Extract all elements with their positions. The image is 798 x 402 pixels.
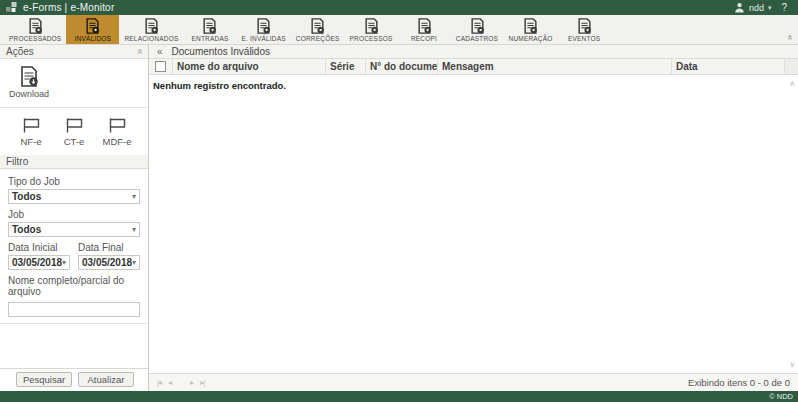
flag-icon xyxy=(22,118,41,133)
document-icon xyxy=(85,18,100,34)
collapse-actions-icon[interactable]: « xyxy=(135,49,144,54)
toolbar-button-label: CORREÇÕES xyxy=(296,35,340,42)
job-label: Job xyxy=(8,209,140,220)
previous-page-button[interactable]: ◂ xyxy=(168,378,171,387)
chevron-down-icon: ▾ xyxy=(62,258,66,267)
app-title: e-Forms | e-Monitor xyxy=(23,2,114,13)
toolbar-button-label: EVENTOS xyxy=(568,35,600,42)
user-menu[interactable]: ndd ▾ xyxy=(734,2,772,13)
toolbar-item-cadastros[interactable]: CADASTROS xyxy=(451,15,504,44)
document-icon xyxy=(28,18,43,34)
user-name: ndd xyxy=(749,3,764,13)
main-toolbar: PROCESSADOS INVÁLIDOS RELACIONADOS ENTRA… xyxy=(0,15,798,45)
document-icon xyxy=(577,18,592,34)
title-bar: e-Forms | e-Monitor ndd ▾ ? xyxy=(0,0,798,15)
data-inicial-value: 03/05/2018 xyxy=(12,257,62,268)
toolbar-collapse-icon[interactable]: « xyxy=(785,35,794,40)
chevron-down-icon: ▾ xyxy=(132,192,136,201)
document-icon xyxy=(470,18,485,34)
sidebar: Ações « Download NF-e CT-e xyxy=(0,45,149,391)
toolbar-button-label: INVÁLIDOS xyxy=(75,35,111,42)
chevron-down-icon: ▾ xyxy=(132,225,136,234)
tipo-do-job-value: Todos xyxy=(12,191,132,202)
toolbar-item-correcoes[interactable]: CORREÇÕES xyxy=(291,15,345,44)
toolbar-item-entradas[interactable]: ENTRADAS xyxy=(183,15,236,44)
app-window: e-Forms | e-Monitor ndd ▾ ? PROCESSADOS … xyxy=(0,0,798,402)
actions-section-header: Ações « xyxy=(0,45,148,59)
download-label: Download xyxy=(9,89,49,99)
last-page-button[interactable]: ▸| xyxy=(200,378,204,387)
document-icon xyxy=(417,18,432,34)
toolbar-item-processos[interactable]: PROCESSOS xyxy=(345,15,398,44)
table-body: Nenhum registro encontrado. ∧ ∨ xyxy=(149,75,798,373)
column-header-serie[interactable]: Série xyxy=(326,59,366,74)
flag-button-mdfe[interactable]: MDF-e xyxy=(98,118,136,147)
select-all-checkbox[interactable] xyxy=(155,61,166,72)
scroll-up-icon[interactable]: ∧ xyxy=(789,79,795,88)
column-header-numero-documento[interactable]: N° do documento xyxy=(366,59,438,74)
data-final-label: Data Final xyxy=(78,242,140,253)
first-page-button[interactable]: |◂ xyxy=(157,378,161,387)
tipo-do-job-select[interactable]: Todos ▾ xyxy=(8,189,140,204)
app-logo-icon xyxy=(6,2,17,13)
filter-section-header: Filtro xyxy=(0,155,148,169)
job-select[interactable]: Todos ▾ xyxy=(8,222,140,237)
actions-title: Ações xyxy=(6,46,34,57)
toolbar-item-relacionados[interactable]: RELACIONADOS xyxy=(119,15,183,44)
document-icon xyxy=(202,18,217,34)
collapse-sidebar-icon[interactable]: « xyxy=(157,47,163,57)
flag-button-cte[interactable]: CT-e xyxy=(55,118,93,147)
toolbar-item-e-invalidas[interactable]: E. INVÁLIDAS xyxy=(236,15,290,44)
tipo-do-job-label: Tipo do Job xyxy=(8,176,140,187)
empty-table-message: Nenhum registro encontrado. xyxy=(149,75,798,96)
document-type-flags: NF-e CT-e MDF-e xyxy=(6,108,142,155)
document-icon xyxy=(256,18,271,34)
pagination-bar: |◂ ◂ ▸ ▸| Exibindo itens 0 - 0 de 0 xyxy=(149,373,798,391)
document-icon xyxy=(364,18,379,34)
sidebar-buttons: Pesquisar Atualizar xyxy=(0,368,148,391)
column-header-data[interactable]: Data xyxy=(672,59,785,74)
scrollbar-header-stub xyxy=(785,59,798,74)
toolbar-button-label: ENTRADAS xyxy=(191,35,228,42)
toolbar-button-label: NUMERAÇÃO xyxy=(509,35,553,42)
data-inicial-label: Data Inicial xyxy=(8,242,70,253)
toolbar-button-label: RELACIONADOS xyxy=(124,35,178,42)
atualizar-button[interactable]: Atualizar xyxy=(78,372,134,387)
nome-arquivo-input[interactable] xyxy=(8,302,140,317)
data-final-select[interactable]: 03/05/2018 ▾ xyxy=(78,255,140,270)
flag-label: CT-e xyxy=(64,136,85,147)
help-button[interactable]: ? xyxy=(778,2,790,13)
toolbar-item-numeracao[interactable]: NUMERAÇÃO xyxy=(504,15,558,44)
download-button[interactable]: Download xyxy=(6,64,52,101)
main-panel: « Documentos Inválidos Nome do arquivo S… xyxy=(149,45,798,391)
column-header-mensagem[interactable]: Mensagem xyxy=(438,59,672,74)
toolbar-button-label: E. INVÁLIDAS xyxy=(241,35,285,42)
next-page-button[interactable]: ▸ xyxy=(190,378,193,387)
pagination-status: Exibindo itens 0 - 0 de 0 xyxy=(688,377,790,388)
chevron-down-icon: ▾ xyxy=(768,4,772,12)
data-inicial-select[interactable]: 03/05/2018 ▾ xyxy=(8,255,70,270)
flag-button-nfe[interactable]: NF-e xyxy=(12,118,50,147)
user-icon xyxy=(734,2,745,13)
filter-title: Filtro xyxy=(6,156,28,167)
filter-form: Tipo do Job Todos ▾ Job Todos ▾ Data Ini… xyxy=(0,169,148,324)
toolbar-item-eventos[interactable]: EVENTOS xyxy=(558,15,611,44)
flag-label: MDF-e xyxy=(102,136,131,147)
document-icon xyxy=(144,18,159,34)
sidebar-spacer xyxy=(0,324,148,368)
toolbar-item-recopi[interactable]: RECOPI xyxy=(398,15,451,44)
column-header-nome-do-arquivo[interactable]: Nome do arquivo xyxy=(173,59,326,74)
select-all-cell xyxy=(149,59,173,74)
panel-header: « Documentos Inválidos xyxy=(149,45,798,59)
job-value: Todos xyxy=(12,224,132,235)
toolbar-button-label: CADASTROS xyxy=(456,35,498,42)
toolbar-button-label: PROCESSOS xyxy=(350,35,393,42)
toolbar-item-invalidos[interactable]: INVÁLIDOS xyxy=(66,15,119,44)
scroll-down-icon[interactable]: ∨ xyxy=(789,360,795,369)
document-icon xyxy=(523,18,538,34)
toolbar-item-processados[interactable]: PROCESSADOS xyxy=(4,15,66,44)
toolbar-button-label: RECOPI xyxy=(411,35,437,42)
download-document-icon xyxy=(20,66,39,87)
pesquisar-button[interactable]: Pesquisar xyxy=(16,372,72,387)
document-icon xyxy=(310,18,325,34)
